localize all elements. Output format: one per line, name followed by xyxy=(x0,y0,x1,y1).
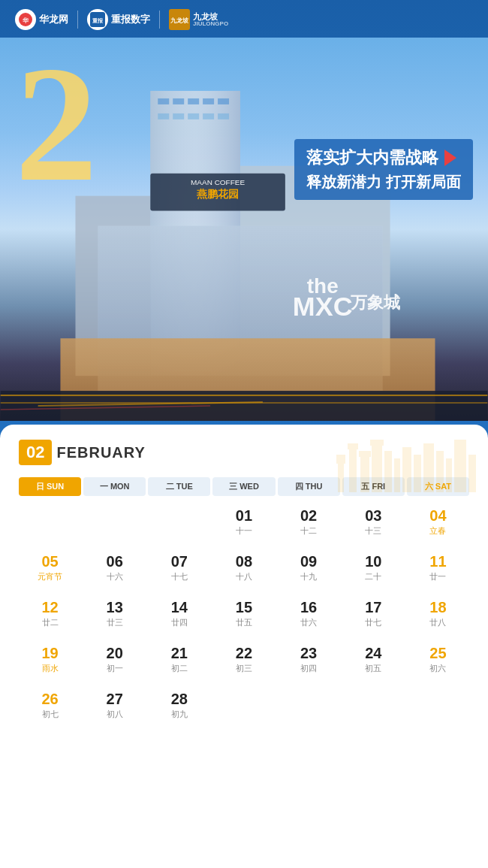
svg-text:重报: 重报 xyxy=(92,17,104,23)
day-number-01: 01 xyxy=(236,507,252,525)
cal-cell-26: 26 初七 xyxy=(19,685,81,729)
day-number-10: 10 xyxy=(365,552,381,570)
svg-rect-11 xyxy=(203,98,214,104)
header-logos: 华 华龙网 重报 重报数字 九龙坡 九龙坡 xyxy=(15,9,228,30)
svg-text:燕鹏花园: 燕鹏花园 xyxy=(196,188,239,200)
cal-cell-13: 13 廿三 xyxy=(83,594,146,637)
cal-cell-21: 21 初二 xyxy=(148,640,210,683)
cal-cell-16: 16 廿六 xyxy=(278,594,340,637)
day-number-12: 12 xyxy=(41,598,58,616)
day-lunar-05: 元宵节 xyxy=(38,572,62,582)
day-number-25: 25 xyxy=(429,644,446,662)
logo-hualong: 华 华龙网 xyxy=(15,9,68,30)
cal-cell-empty-1 xyxy=(19,502,81,546)
svg-rect-40 xyxy=(359,451,371,457)
cal-cell-15: 15 廿五 xyxy=(212,594,275,637)
day-number-02: 02 xyxy=(300,507,317,525)
svg-rect-51 xyxy=(468,455,476,492)
svg-rect-39 xyxy=(360,455,369,492)
calendar-section: 02 FEBRUARY 日 SUN 一 MON 二 TUE 三 WED 四 TH… xyxy=(0,425,488,868)
big-number: 2 xyxy=(15,41,90,207)
svg-rect-47 xyxy=(423,443,434,492)
svg-rect-13 xyxy=(158,113,169,119)
cal-cell-empty-6 xyxy=(342,685,405,729)
day-lunar-11: 廿一 xyxy=(429,572,446,582)
logo-divider-1 xyxy=(77,11,78,29)
day-number-18: 18 xyxy=(429,598,446,616)
svg-text:MAAN COFFEE: MAAN COFFEE xyxy=(191,178,245,186)
cal-cell-24: 24 初五 xyxy=(342,640,405,683)
day-number-28: 28 xyxy=(171,690,188,708)
logo-chongbao: 重报 重报数字 xyxy=(87,9,150,30)
svg-text:九龙坡: 九龙坡 xyxy=(170,17,189,24)
hualong-text: 华龙网 xyxy=(39,13,68,26)
svg-rect-49 xyxy=(446,458,452,492)
slogan-line2: 释放新潜力 打开新局面 xyxy=(306,172,461,192)
cal-cell-20: 20 初一 xyxy=(83,640,146,683)
day-number-08: 08 xyxy=(236,552,252,570)
svg-rect-14 xyxy=(173,113,184,119)
day-lunar-18: 廿八 xyxy=(429,618,446,628)
day-lunar-04: 立春 xyxy=(429,526,446,536)
day-number-21: 21 xyxy=(171,644,188,662)
day-lunar-26: 初七 xyxy=(42,709,59,719)
skyline-icon xyxy=(330,432,480,492)
day-number-15: 15 xyxy=(236,598,252,616)
jiulongpo-icon: 九龙坡 xyxy=(169,9,190,30)
svg-text:万象城: 万象城 xyxy=(350,293,401,312)
day-lunar-22: 初三 xyxy=(236,664,252,673)
day-number-19: 19 xyxy=(41,644,58,662)
chongbao-text: 重报数字 xyxy=(111,13,150,26)
day-number-26: 26 xyxy=(41,690,58,708)
cal-cell-28: 28 初九 xyxy=(148,685,210,729)
svg-rect-46 xyxy=(414,455,421,492)
cal-cell-04: 04 立春 xyxy=(407,502,469,546)
svg-rect-43 xyxy=(384,451,392,492)
cal-cell-09: 09 十九 xyxy=(278,548,340,591)
cal-cell-08: 08 十八 xyxy=(212,548,275,591)
day-lunar-20: 初一 xyxy=(107,664,123,673)
day-lunar-01: 十一 xyxy=(236,526,252,536)
day-lunar-10: 二十 xyxy=(365,572,381,582)
day-number-06: 06 xyxy=(107,552,123,570)
day-lunar-23: 初四 xyxy=(300,664,317,673)
day-lunar-03: 十三 xyxy=(365,526,381,536)
day-lunar-21: 初二 xyxy=(171,664,188,673)
cal-cell-25: 25 初六 xyxy=(407,640,469,683)
day-number-22: 22 xyxy=(236,644,252,662)
day-header-tue: 二 TUE xyxy=(148,477,210,496)
cal-cell-23: 23 初四 xyxy=(278,640,340,683)
svg-rect-48 xyxy=(436,451,444,492)
svg-rect-45 xyxy=(402,447,411,492)
day-header-sun: 日 SUN xyxy=(19,477,81,496)
svg-rect-8 xyxy=(158,98,169,104)
cal-cell-22: 22 初三 xyxy=(212,640,275,683)
day-number-27: 27 xyxy=(107,690,123,708)
day-lunar-06: 十六 xyxy=(107,572,123,582)
cal-cell-27: 27 初八 xyxy=(83,685,146,729)
svg-rect-15 xyxy=(188,113,199,119)
svg-rect-44 xyxy=(394,458,400,492)
slogan-line1: 落实扩大内需战略 xyxy=(306,147,461,169)
day-lunar-08: 十八 xyxy=(236,572,252,582)
cal-cell-17: 17 廿七 xyxy=(342,594,405,637)
svg-rect-42 xyxy=(370,440,384,446)
hualong-icon: 华 xyxy=(15,9,36,30)
cal-cell-empty-7 xyxy=(407,685,469,729)
svg-rect-38 xyxy=(348,443,358,449)
svg-rect-16 xyxy=(203,113,214,119)
svg-rect-41 xyxy=(372,443,382,492)
day-lunar-02: 十二 xyxy=(300,526,317,536)
jiulongpo-text-cn: 九龙坡 xyxy=(193,12,228,21)
day-lunar-12: 廿二 xyxy=(42,618,59,628)
logo-divider-2 xyxy=(159,11,160,29)
day-number-24: 24 xyxy=(365,644,381,662)
day-number-07: 07 xyxy=(171,552,188,570)
svg-rect-12 xyxy=(218,98,229,104)
day-number-11: 11 xyxy=(429,552,446,570)
cal-cell-07: 07 十七 xyxy=(148,548,210,591)
day-number-09: 09 xyxy=(300,552,317,570)
cal-cell-empty-2 xyxy=(83,502,146,546)
svg-rect-9 xyxy=(173,98,184,104)
day-lunar-15: 廿五 xyxy=(236,618,252,628)
